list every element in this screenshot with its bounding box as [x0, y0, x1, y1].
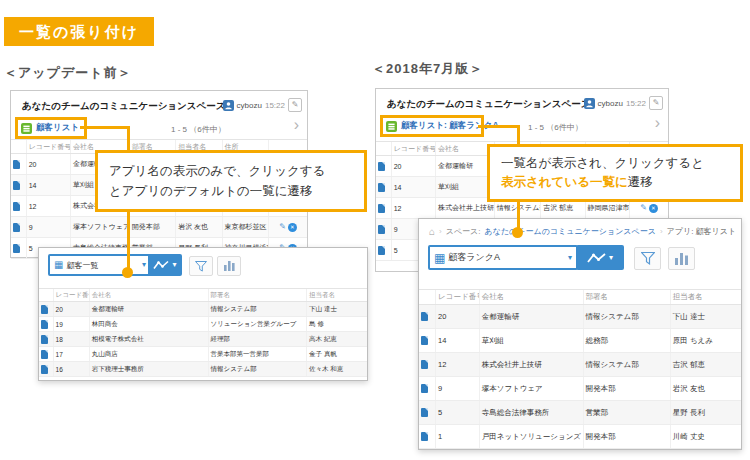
edit-record-icon[interactable]: ✎ — [640, 203, 647, 212]
col-header: レコード番号 — [391, 142, 435, 156]
record-icon[interactable] — [378, 246, 385, 255]
table-row: 12 株式会社井上技研 情報システム部 吉沢 郁恵 — [419, 353, 741, 377]
record-icon[interactable] — [41, 365, 48, 374]
filter-button[interactable] — [634, 247, 661, 270]
chevron-down-icon: ▾ — [172, 261, 176, 269]
col-header: レコード番号 — [436, 290, 480, 305]
record-icon[interactable] — [421, 360, 428, 369]
user-avatar-icon — [223, 100, 234, 111]
cell-record-no: 20 — [53, 302, 89, 317]
cell-person: 高木 紀恵 — [307, 332, 367, 347]
breadcrumb-space-link[interactable]: あなたのチームのコミュニケーションスペース — [485, 226, 656, 237]
breadcrumb-app: アプリ: 顧客リスト — [667, 226, 737, 237]
col-header: 担当者名 — [307, 289, 367, 302]
cell-department: 情報システム部 — [583, 353, 670, 377]
record-icon[interactable] — [13, 160, 20, 169]
edit-record-icon[interactable]: ✎ — [279, 222, 286, 231]
cell-department: 情報システム部 — [208, 362, 307, 377]
record-icon[interactable] — [41, 320, 48, 329]
table-row: 20 金都運輸研 情報システム部 下山 達士 — [39, 302, 367, 317]
cell-record-no: 12 — [391, 198, 435, 219]
callout-before: アプリ名の表示のみで、クリックする とアプリのデフォルトの一覧に遷移 — [95, 150, 367, 212]
record-icon[interactable] — [421, 408, 428, 417]
breadcrumb: ⌂ › スペース: あなたのチームのコミュニケーションスペース › アプリ: 顧… — [429, 226, 736, 237]
next-page-icon[interactable]: › — [655, 115, 660, 131]
delete-record-icon[interactable]: ✕ — [649, 204, 658, 213]
view-selector[interactable]: ▦ 顧客ランクA ▾ — [428, 245, 578, 270]
col-header: 会社名 — [89, 289, 208, 302]
table-header-row: レコード番号 会社名 部署名 担当者名 — [39, 289, 367, 302]
cell-company: 株式会社井上技研 — [479, 353, 583, 377]
table-view-icon: ▦ — [54, 260, 63, 270]
record-icon[interactable] — [41, 335, 48, 344]
username: cybozu — [598, 99, 623, 108]
cell-record-no: 9 — [26, 217, 70, 238]
cell-record-no: 14 — [436, 329, 480, 353]
record-icon[interactable] — [13, 223, 20, 232]
cell-department: ソリューション営業グループ — [208, 317, 307, 332]
table-row: 19 林田商会 ソリューション営業グループ 島 修 — [39, 317, 367, 332]
cell-company: 株式会社井上技研 — [436, 198, 495, 219]
cell-person: 下山 達士 — [307, 302, 367, 317]
table-row: 18 相模電子株式会社 経理部 高木 紀恵 — [39, 332, 367, 347]
connector-dot — [122, 267, 133, 278]
app-default-view-panel: ▦ 顧客一覧 ▾ ▾ レコード番号 会社名 部署名 担当者名 — [38, 247, 368, 381]
cell-company: 戸田ネットソリューションズ — [479, 425, 583, 449]
cell-company: 塚本ソフトウェア — [479, 377, 583, 401]
delete-record-icon[interactable]: ✕ — [288, 223, 297, 232]
record-icon[interactable] — [13, 244, 20, 253]
line-chart-icon — [153, 260, 169, 270]
col-header: レコード番号 — [53, 289, 89, 302]
chart-button[interactable] — [217, 256, 241, 276]
funnel-icon — [195, 261, 207, 272]
cell-record-no: 16 — [53, 362, 89, 377]
cell-record-no: 14 — [391, 177, 435, 198]
table-row: 1 戸田ネットソリューションズ 開発本部 川崎 丈史 — [419, 425, 741, 449]
page-title-badge: 一覧の張り付け — [4, 17, 154, 46]
cell-person: 原田 ちえみ — [670, 329, 741, 353]
filter-button[interactable] — [189, 256, 213, 276]
home-icon[interactable]: ⌂ — [429, 227, 435, 237]
space-title: あなたのチームのコミュニケーションスペース — [387, 98, 591, 111]
connector-line — [80, 126, 130, 129]
cell-department: 開発本部 — [583, 425, 670, 449]
callout-line2-rest: 遷移 — [628, 175, 653, 189]
cell-department: 情報システム部 — [208, 302, 307, 317]
record-icon[interactable] — [421, 432, 428, 441]
record-icon[interactable] — [41, 305, 48, 314]
cell-record-no: 14 — [26, 175, 70, 196]
chart-button[interactable] — [668, 247, 695, 270]
next-page-icon[interactable]: › — [294, 117, 299, 133]
timestamp: 15:22 — [265, 101, 285, 110]
callout-line1: 一覧名が表示され、クリックすると — [501, 154, 729, 173]
view-selector[interactable]: ▦ 顧客一覧 ▾ — [48, 254, 152, 276]
graph-toggle-button[interactable]: ▾ — [576, 245, 624, 270]
col-header: 部署名 — [583, 290, 670, 305]
record-icon[interactable] — [421, 312, 428, 321]
record-icon[interactable] — [378, 162, 385, 171]
cell-record-no: 5 — [436, 401, 480, 425]
section-heading-before: ＜アップデート前＞ — [4, 64, 132, 82]
edit-icon[interactable]: ✎ — [649, 96, 663, 110]
record-icon[interactable] — [421, 336, 428, 345]
record-icon[interactable] — [13, 181, 20, 190]
funnel-icon — [641, 252, 655, 265]
cell-company: 寺島総合法律事務所 — [479, 401, 583, 425]
cell-person: 島 修 — [307, 317, 367, 332]
record-icon[interactable] — [13, 202, 20, 211]
cell-record-no: 20 — [436, 305, 480, 329]
cell-department: 営業本部第一営業部 — [208, 347, 307, 362]
record-icon[interactable] — [378, 225, 385, 234]
table-row: 5 寺島総合法律事務所 営業部 星野 長利 — [419, 401, 741, 425]
edit-icon[interactable]: ✎ — [288, 98, 302, 112]
col-header: レコード番号 — [26, 140, 70, 154]
table-row: 9 塚本ソフトウェア 開発本部 岩沢 友也 東京都杉並区 ✎ ✕ — [11, 217, 307, 238]
graph-toggle-button[interactable]: ▾ — [148, 254, 182, 276]
record-icon[interactable] — [41, 350, 48, 359]
table-row: 17 丸山商店 営業本部第一営業部 金子 真帆 — [39, 347, 367, 362]
record-icon[interactable] — [378, 204, 385, 213]
record-icon[interactable] — [378, 183, 385, 192]
record-icon[interactable] — [421, 384, 428, 393]
cell-department: 総務部 — [583, 329, 670, 353]
connector-line — [478, 125, 520, 128]
